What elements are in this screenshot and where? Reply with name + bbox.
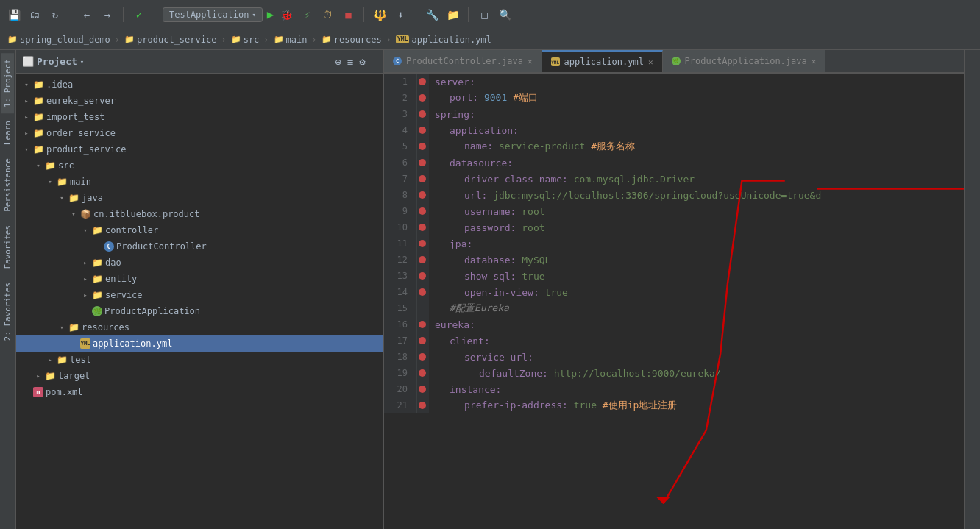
breadcrumb-label: application.yml — [411, 35, 491, 45]
window-icon: ⬜ — [22, 56, 34, 67]
tree-application-yml[interactable]: YML application.yml — [16, 335, 383, 352]
tree-eureka-server[interactable]: 📁 eureka_server — [16, 93, 383, 109]
sidebar-item-favorites2[interactable]: 2: Favorites — [1, 277, 14, 347]
run-config-selector[interactable]: TestApplication ▾ — [163, 7, 263, 22]
locate-icon[interactable]: ⊕ — [335, 56, 341, 68]
sync-icon[interactable]: ↻ — [47, 7, 63, 23]
tree-label: .idea — [46, 79, 73, 90]
dropdown-icon: ▾ — [80, 58, 84, 65]
tab-application-yml[interactable]: YML application.yml ✕ — [542, 50, 663, 72]
tree-service[interactable]: 📁 service — [16, 287, 383, 303]
yaml-key: spring: — [435, 109, 475, 120]
breadcrumb-spring-cloud-demo[interactable]: 📁 spring_cloud_demo — [7, 35, 110, 45]
minimize-icon[interactable]: — — [372, 56, 377, 68]
breadcrumb-src[interactable]: 📁 src — [231, 35, 260, 45]
yaml-value: MySQL — [522, 255, 550, 266]
breadcrumb-main[interactable]: 📁 main — [274, 35, 308, 45]
code-line-16: 16 eureka: — [384, 316, 964, 333]
tree-main[interactable]: 📁 main — [16, 174, 383, 190]
stop-icon[interactable]: ■ — [340, 7, 356, 23]
line-content: server: — [429, 74, 964, 90]
code-line-3: 3 spring: — [384, 106, 964, 122]
save-icon[interactable]: 💾 — [6, 7, 22, 23]
tree-order-service[interactable]: 📁 order_service — [16, 125, 383, 141]
breakpoint-icon — [419, 353, 426, 361]
yaml-key: application: — [450, 125, 519, 136]
terminal-icon[interactable]: □ — [476, 7, 492, 23]
run-button[interactable]: ▶ — [267, 7, 274, 21]
tree-label: entity — [105, 274, 137, 284]
tree-arrow — [34, 161, 43, 170]
maven-icon: m — [33, 387, 43, 397]
yaml-key: show-sql: — [464, 271, 516, 282]
tab-label: ProductController.java — [406, 56, 523, 66]
breadcrumb-product-service[interactable]: 📁 product_service — [124, 35, 216, 45]
yaml-key: defaultZone: — [479, 368, 548, 379]
line-content: jpa: — [429, 235, 964, 252]
breadcrumb-resources[interactable]: 📁 resources — [322, 35, 382, 45]
profile-icon[interactable]: ⏱ — [319, 7, 335, 23]
tree-resources[interactable]: 📁 resources — [16, 319, 383, 335]
line-number: 17 — [384, 333, 417, 349]
line-gutter — [417, 252, 429, 268]
folder-icon: 📁 — [124, 35, 135, 44]
folder-icon: 📁 — [33, 96, 44, 106]
vcs-icon[interactable]: 🔱 — [372, 7, 388, 23]
tree-pom-xml[interactable]: m pom.xml — [16, 384, 383, 400]
debug-icon[interactable]: 🐞 — [278, 7, 294, 23]
project-structure-icon[interactable]: 📁 — [444, 7, 461, 23]
code-editor[interactable]: 1 server: 2 — [384, 74, 964, 413]
editor-tabs: C ProductController.java ✕ YML applicati… — [384, 50, 964, 74]
tab-product-controller[interactable]: C ProductController.java ✕ — [384, 50, 542, 72]
editor-area: C ProductController.java ✕ YML applicati… — [384, 50, 964, 529]
sidebar-item-favorites[interactable]: Favorites — [1, 219, 14, 275]
yaml-key: client: — [450, 335, 490, 347]
bookmark-icon[interactable]: ✓ — [131, 7, 147, 23]
tree-controller[interactable]: 📁 controller — [16, 222, 383, 238]
sidebar-item-project[interactable]: 1: Project — [1, 53, 14, 113]
back-icon[interactable]: ← — [79, 7, 95, 23]
line-number: 15 — [384, 300, 417, 316]
breakpoint-icon — [419, 78, 426, 85]
tab-close-icon[interactable]: ✕ — [528, 57, 533, 66]
sidebar-item-learn[interactable]: Learn — [1, 115, 14, 151]
search-everywhere-icon[interactable]: 🔍 — [497, 7, 513, 23]
tree-java[interactable]: 📁 java — [16, 190, 383, 206]
forward-icon[interactable]: → — [99, 7, 116, 23]
tree-test[interactable]: 📁 test — [16, 352, 383, 368]
tree-dao[interactable]: 📁 dao — [16, 255, 383, 271]
line-gutter — [417, 90, 429, 106]
code-line-5: 5 name: service-product #服务名称 — [384, 138, 964, 155]
yaml-number: 9001 — [484, 92, 507, 103]
sidebar-item-persistence[interactable]: Persistence — [1, 152, 14, 218]
code-line-4: 4 application: — [384, 122, 964, 138]
line-content: url: jdbc:mysql://localhost:3306/springc… — [429, 187, 964, 203]
vcs-update-icon[interactable]: ⬇ — [392, 7, 408, 23]
collapse-icon[interactable]: ≡ — [347, 56, 353, 68]
tree-entity[interactable]: 📁 entity — [16, 271, 383, 287]
tree-product-application[interactable]: 🌿 ProductApplication — [16, 303, 383, 319]
tree-target[interactable]: 📁 target — [16, 368, 383, 384]
tree-product-controller[interactable]: C ProductController — [16, 238, 383, 255]
settings-icon[interactable]: 🔧 — [424, 7, 440, 23]
settings-gear-icon[interactable]: ⚙ — [359, 56, 365, 68]
yaml-icon: YML — [396, 35, 409, 43]
tab-product-application[interactable]: 🌿 ProductApplication.java ✕ — [663, 50, 826, 72]
tree-product-service[interactable]: 📁 product_service — [16, 141, 383, 157]
tab-close-icon[interactable]: ✕ — [812, 57, 817, 66]
line-content: service-url: — [429, 349, 964, 365]
coverage-icon[interactable]: ⚡ — [299, 7, 315, 23]
yaml-key: instance: — [450, 384, 501, 395]
yaml-key: name: — [464, 141, 493, 152]
code-line-1: 1 server: — [384, 74, 964, 90]
line-number: 20 — [384, 381, 417, 397]
tree-src[interactable]: 📁 src — [16, 157, 383, 174]
tree-idea[interactable]: 📁 .idea — [16, 77, 383, 93]
gutter-empty — [419, 305, 426, 312]
save-all-icon[interactable]: 🗂 — [26, 7, 43, 23]
tree-import-test[interactable]: 📁 import_test — [16, 109, 383, 125]
run-config-label: TestApplication — [169, 10, 249, 20]
breadcrumb-application-yml[interactable]: YML application.yml — [396, 35, 491, 45]
tab-close-icon[interactable]: ✕ — [648, 57, 653, 67]
tree-package[interactable]: 📦 cn.itbluebox.product — [16, 206, 383, 222]
